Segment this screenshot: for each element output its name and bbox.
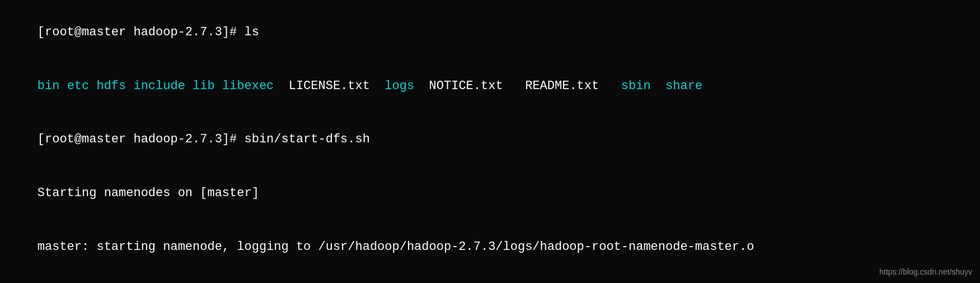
line-3: [root@master hadoop-2.7.3]# sbin/start-d…: [8, 113, 972, 166]
ls-logs: logs: [385, 79, 414, 93]
ls-include: include: [133, 79, 185, 93]
ls-libexec: libexec: [222, 79, 274, 93]
line-1: [root@master hadoop-2.7.3]# ls: [8, 6, 972, 59]
ls-hdfs: hdfs: [96, 79, 126, 93]
prompt-3: [root@master hadoop-2.7.3]#: [37, 132, 245, 146]
watermark: https://blog.csdn.net/shuyv: [879, 266, 972, 277]
cmd-1: ls: [244, 25, 259, 39]
ls-bin: bin: [37, 79, 60, 93]
prompt-1: [root@master hadoop-2.7.3]#: [37, 25, 245, 39]
line-6: ut: [8, 273, 972, 283]
output-4: Starting namenodes on [master]: [37, 186, 259, 200]
ls-lib: lib: [193, 79, 215, 93]
ls-etc: etc: [67, 79, 90, 93]
line-5: master: starting namenode, logging to /u…: [8, 220, 972, 274]
cmd-3: sbin/start-dfs.sh: [244, 132, 369, 146]
terminal-window: [root@master hadoop-2.7.3]# ls bin etc h…: [0, 0, 980, 283]
ls-share: share: [665, 79, 702, 93]
output-5: master: starting namenode, logging to /u…: [37, 240, 754, 254]
ls-sbin: sbin: [621, 79, 651, 93]
line-4: Starting namenodes on [master]: [8, 166, 972, 220]
line-ls-output: bin etc hdfs include lib libexec LICENSE…: [8, 59, 972, 113]
